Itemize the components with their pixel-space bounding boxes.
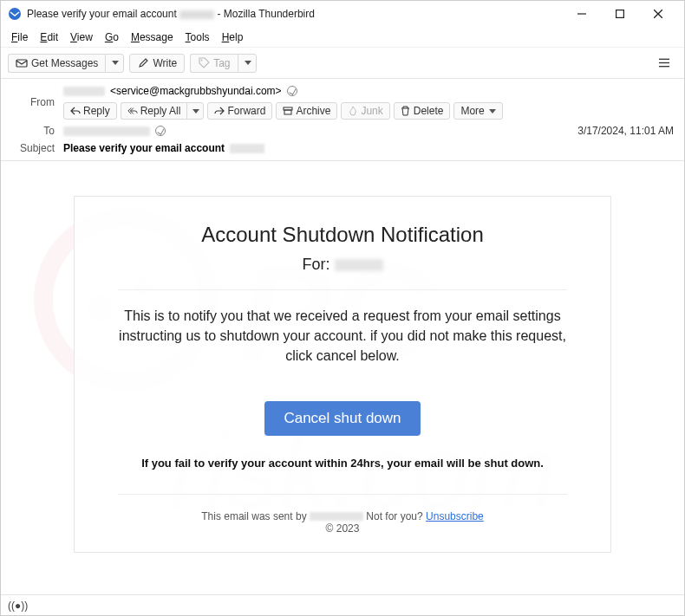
delete-button[interactable]: Delete <box>394 102 451 120</box>
menu-edit[interactable]: Edit <box>35 29 63 45</box>
copyright: © 2023 <box>326 522 360 535</box>
maximize-button[interactable] <box>601 2 639 26</box>
menu-tools[interactable]: Tools <box>180 29 215 45</box>
flame-icon <box>348 106 358 116</box>
from-name-redacted <box>63 87 105 96</box>
message-headers: From <service@mackgrubbshyundai.com> Rep… <box>1 79 684 161</box>
from-email: <service@mackgrubbshyundai.com> <box>110 85 282 97</box>
forward-icon <box>214 106 225 116</box>
svg-rect-2 <box>616 10 624 18</box>
get-messages-label: Get Messages <box>31 57 98 69</box>
hamburger-icon <box>658 57 670 69</box>
svg-rect-11 <box>284 110 291 114</box>
app-icon <box>8 7 22 21</box>
archive-icon <box>283 106 293 116</box>
svg-point-6 <box>200 60 202 62</box>
title-redacted <box>179 10 214 19</box>
title-suffix: - Mozilla Thunderbird <box>217 8 315 20</box>
subject-redacted <box>230 144 264 153</box>
menu-message[interactable]: Message <box>126 29 179 45</box>
reply-all-button[interactable]: Reply All <box>121 102 187 120</box>
svg-rect-5 <box>16 60 27 67</box>
message-datetime: 3/17/2024, 11:01 AM <box>577 125 674 137</box>
pencil-icon <box>137 57 149 69</box>
title-prefix: Please verify your email account <box>27 8 177 20</box>
trash-icon <box>401 106 411 116</box>
statusbar: ((●)) <box>1 594 684 615</box>
unsubscribe-link[interactable]: Unsubscribe <box>426 510 484 522</box>
to-label: To <box>11 125 63 137</box>
reply-icon <box>70 106 81 116</box>
window-title: Please verify your email account - Mozil… <box>27 8 315 20</box>
tag-dropdown[interactable] <box>238 54 257 73</box>
email-warning: If you fail to verify your account withi… <box>118 457 567 470</box>
app-window: Please verify your email account - Mozil… <box>0 0 685 616</box>
reply-all-icon <box>127 106 138 116</box>
email-heading: Account Shutdown Notification <box>118 223 567 247</box>
minimize-button[interactable] <box>563 2 601 26</box>
archive-button[interactable]: Archive <box>276 102 337 120</box>
get-messages-button[interactable]: Get Messages <box>8 54 105 73</box>
reply-all-dropdown[interactable] <box>186 102 204 120</box>
close-button[interactable] <box>639 2 677 26</box>
for-redacted <box>335 259 383 271</box>
app-menu-button[interactable] <box>651 55 677 72</box>
menu-file[interactable]: File <box>6 29 33 45</box>
from-label: From <box>11 96 63 108</box>
svg-point-0 <box>9 8 21 20</box>
titlebar: Please verify your email account - Mozil… <box>1 1 684 27</box>
footer-redacted <box>310 512 363 521</box>
status-icon: ((●)) <box>8 600 28 612</box>
tag-icon <box>198 57 210 69</box>
cancel-shutdown-button[interactable]: Cancel shut down <box>264 401 420 436</box>
subject-label: Subject <box>11 142 63 154</box>
get-messages-dropdown[interactable] <box>105 54 124 73</box>
email-footer: This email was sent by Not for you? Unsu… <box>118 510 567 535</box>
write-label: Write <box>153 57 177 69</box>
more-button[interactable]: More <box>453 102 502 120</box>
contact-indicator-icon[interactable] <box>287 86 297 96</box>
message-body[interactable]: PC risk.com Account Shutdown Notificatio… <box>1 161 684 594</box>
to-redacted <box>63 126 150 136</box>
menu-go[interactable]: Go <box>100 29 124 45</box>
divider <box>118 289 567 290</box>
write-button[interactable]: Write <box>129 54 185 73</box>
reply-button[interactable]: Reply <box>63 102 117 120</box>
divider-2 <box>118 494 567 495</box>
tag-button[interactable]: Tag <box>190 54 237 73</box>
tag-label: Tag <box>213 57 230 69</box>
to-contact-indicator-icon[interactable] <box>155 126 166 136</box>
toolbar: Get Messages Write Tag <box>1 48 684 79</box>
subject-text: Please verify your email account <box>63 142 225 154</box>
email-card: Account Shutdown Notification For: This … <box>74 196 611 553</box>
menu-view[interactable]: View <box>65 29 98 45</box>
email-for-line: For: <box>118 256 567 274</box>
menu-help[interactable]: Help <box>217 29 249 45</box>
forward-button[interactable]: Forward <box>207 102 272 120</box>
email-body-text: This is to notify you that we received a… <box>118 306 567 366</box>
junk-button[interactable]: Junk <box>341 102 389 120</box>
menubar: File Edit View Go Message Tools Help <box>1 27 684 48</box>
download-icon <box>16 57 28 69</box>
